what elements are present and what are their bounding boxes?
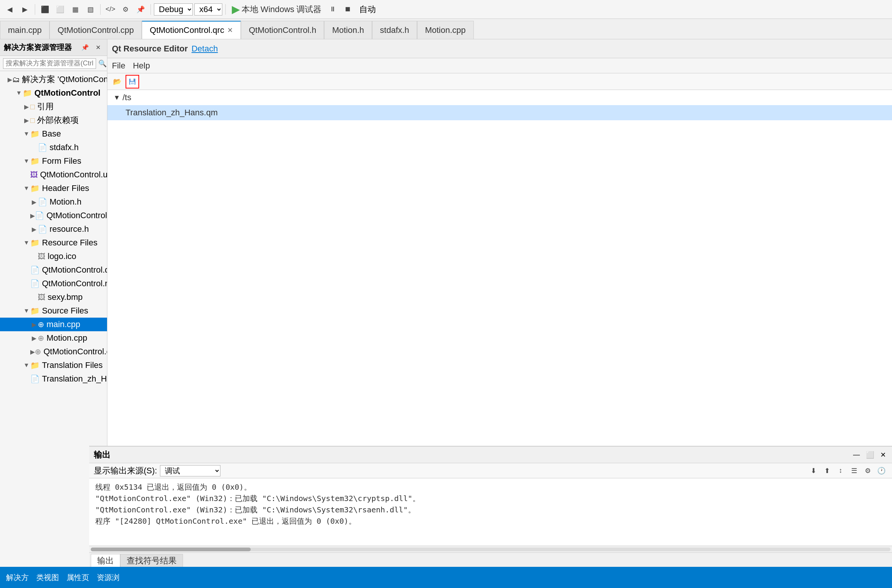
tree-item-solution[interactable]: ▶ 🗂 解决方案 'QtMotionControl' (1 个	[0, 73, 107, 86]
h-scroll-track	[91, 548, 890, 551]
stdafx-label: stdafx.h	[50, 143, 79, 152]
tab-output[interactable]: 输出	[91, 554, 120, 567]
resource-qm-file[interactable]: Translation_zh_Hans.qm	[107, 105, 892, 120]
logo-ico-icon: 🖼	[38, 252, 45, 261]
output-btn-2[interactable]: ⬆	[821, 465, 833, 477]
tab-qtmotioncontrol-cpp[interactable]: QtMotionControl.cpp	[50, 21, 142, 39]
panel-close-button[interactable]: ✕	[879, 449, 887, 461]
status-item-2[interactable]: 类视图	[36, 572, 59, 583]
toolbar-btn-2[interactable]: ⬜	[53, 3, 67, 16]
source-files-arrow: ▼	[23, 307, 30, 314]
tree-item-motion-cpp[interactable]: ▶ ⊕ Motion.cpp	[0, 331, 107, 345]
rc-label: QtMotionControl.rc	[42, 279, 107, 289]
h-scroll-thumb[interactable]	[91, 548, 251, 551]
tab-motion-cpp[interactable]: Motion.cpp	[417, 21, 474, 39]
tree-item-resource-h[interactable]: ▶ 📄 resource.h	[0, 222, 107, 236]
toolbar-btn-3[interactable]: ▦	[68, 3, 82, 16]
tree-item-source-files[interactable]: ▼ 📁 Source Files	[0, 304, 107, 318]
separator-1	[35, 4, 35, 15]
output-h-scrollbar[interactable]	[89, 546, 892, 552]
tree-item-motion-h[interactable]: ▶ 📄 Motion.h	[0, 195, 107, 209]
toolbar-btn-6[interactable]: ⚙	[119, 3, 132, 16]
detach-link[interactable]: Detach	[191, 44, 218, 54]
tree-item-logo-ico[interactable]: 🖼 logo.ico	[0, 250, 107, 263]
form-files-arrow: ▼	[23, 158, 30, 164]
translation-files-icon: 📁	[30, 361, 40, 370]
tree-item-qtmotioncontrol-cpp[interactable]: ▶ ⊕ QtMotionControl.cpp	[0, 345, 107, 358]
solution-label: 解决方案 'QtMotionControl' (1 个	[22, 74, 107, 85]
file-menu[interactable]: File	[112, 61, 125, 71]
resource-ts-folder[interactable]: ▼ /ts	[107, 90, 892, 105]
search-icon[interactable]: 🔍	[98, 59, 107, 68]
output-btn-3[interactable]: ↕	[835, 465, 847, 477]
tree-item-resource-files[interactable]: ▼ 📁 Resource Files	[0, 236, 107, 250]
tree-item-main-cpp[interactable]: ▶ ⊕ main.cpp	[0, 318, 107, 331]
sidebar-close-button[interactable]: ✕	[93, 42, 103, 53]
tab-qtmotioncontrol-qrc[interactable]: QtMotionControl.qrc ✕	[142, 21, 241, 39]
qrc-label: QtMotionControl.qrc	[42, 265, 107, 275]
qtmotioncontrol-h-label: QtMotionControl.h	[47, 211, 107, 220]
tree-item-ui[interactable]: 🖼 QtMotionControl.ui	[0, 168, 107, 182]
tab-motion-cpp-label: Motion.cpp	[425, 25, 466, 35]
tree-item-stdafx[interactable]: 📄 stdafx.h	[0, 141, 107, 154]
tree-item-references[interactable]: ▶ □ 引用	[0, 100, 107, 113]
run-button[interactable]: ▶ 本地 Windows 调试器	[229, 2, 324, 17]
tree-item-external-deps[interactable]: ▶ □ 外部依赖项	[0, 113, 107, 127]
tab-stdafx-h[interactable]: stdafx.h	[372, 21, 417, 39]
platform-dropdown[interactable]: x64x64	[194, 3, 222, 16]
output-btn-6[interactable]: 🕐	[875, 465, 887, 477]
toolbar-btn-1[interactable]: ⬛	[38, 3, 52, 16]
bottom-panel-title: 输出	[94, 449, 110, 461]
motion-cpp-arrow: ▶	[30, 335, 38, 342]
tree-item-translation-files[interactable]: ▼ 📁 Translation Files	[0, 358, 107, 372]
tree-item-sexy-bmp[interactable]: 🖼 sexy.bmp	[0, 290, 107, 304]
forward-button[interactable]: ▶	[18, 3, 32, 16]
tree-item-project[interactable]: ▼ 📁 QtMotionControl	[0, 86, 107, 100]
tree-item-base[interactable]: ▼ 📁 Base	[0, 127, 107, 141]
tree-item-qrc[interactable]: 📄 QtMotionControl.qrc	[0, 263, 107, 277]
panel-restore-button[interactable]: ⬜	[864, 449, 876, 461]
back-button[interactable]: ◀	[3, 3, 17, 16]
toolbar-btn-4[interactable]: ▧	[84, 3, 97, 16]
references-label: 引用	[37, 101, 54, 112]
save-button[interactable]	[126, 75, 139, 88]
tree-item-header-files[interactable]: ▼ 📁 Header Files	[0, 182, 107, 195]
tree-item-rc[interactable]: 📄 QtMotionControl.rc	[0, 277, 107, 290]
tree-item-translation-ts[interactable]: 📄 Translation_zh_Hans.ts	[0, 372, 107, 386]
tab-qtmotioncontrol-qrc-close[interactable]: ✕	[227, 26, 233, 34]
tab-qtmotioncontrol-h[interactable]: QtMotionControl.h	[241, 21, 324, 39]
external-deps-arrow: ▶	[23, 117, 30, 124]
translation-files-label: Translation Files	[42, 360, 103, 370]
tree-item-form-files[interactable]: ▼ 📁 Form Files	[0, 154, 107, 168]
panel-minimize-button[interactable]: —	[852, 449, 861, 461]
tab-main-cpp[interactable]: main.cpp	[0, 21, 50, 39]
search-input[interactable]	[3, 58, 96, 69]
tab-find-symbol[interactable]: 查找符号结果	[120, 554, 183, 567]
output-source-dropdown[interactable]: 调试	[160, 465, 220, 476]
ts-folder-arrow: ▼	[113, 94, 123, 102]
sidebar-pin-button[interactable]: 📌	[80, 42, 90, 53]
pause-button[interactable]: ⏸	[326, 3, 340, 16]
main-cpp-icon: ⊕	[38, 320, 44, 329]
tab-motion-h[interactable]: Motion.h	[324, 21, 372, 39]
ui-icon: 🖼	[30, 171, 38, 179]
open-folder-button[interactable]: 📂	[110, 75, 124, 88]
tab-main-cpp-label: main.cpp	[8, 25, 42, 35]
status-item-3[interactable]: 属性页	[67, 572, 89, 583]
motion-cpp-label: Motion.cpp	[47, 333, 87, 343]
help-menu[interactable]: Help	[133, 61, 150, 71]
motion-cpp-icon: ⊕	[38, 334, 44, 343]
base-label: Base	[42, 129, 61, 139]
tree-item-qtmotioncontrol-h[interactable]: ▶ 📄 QtMotionControl.h	[0, 209, 107, 222]
toolbar-btn-5[interactable]: </>	[104, 3, 117, 16]
status-item-4[interactable]: 资源浏	[97, 572, 119, 583]
stop-button[interactable]: ⏹	[341, 3, 355, 16]
debug-dropdown[interactable]: DebugDebug	[154, 3, 193, 16]
output-btn-1[interactable]: ⬇	[807, 465, 819, 477]
status-item-1[interactable]: 解决方	[6, 572, 29, 583]
output-btn-5[interactable]: ⚙	[862, 465, 874, 477]
toolbar-btn-7[interactable]: 📌	[134, 3, 147, 16]
output-btn-4[interactable]: ☰	[848, 465, 860, 477]
motion-h-icon: 📄	[38, 197, 47, 206]
sexy-bmp-label: sexy.bmp	[48, 292, 83, 302]
